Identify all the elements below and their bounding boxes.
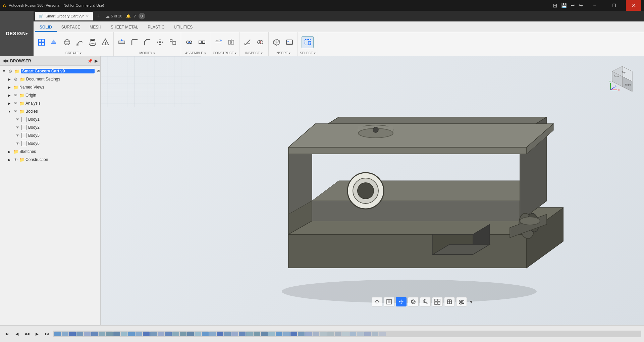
timeline-step[interactable] (342, 332, 349, 336)
3d-model-area[interactable] (101, 56, 644, 325)
display-settings-btn[interactable] (456, 297, 467, 306)
tab-plastic[interactable]: PLASTIC (143, 23, 169, 32)
rib-btn[interactable] (99, 36, 111, 48)
tree-item-body6[interactable]: 👁 Body6 (0, 139, 100, 148)
tree-root[interactable]: ▼ ⚙ 📁 Smart Grocery Cart v9 👁 (0, 67, 100, 75)
body6-eye-icon[interactable]: 👁 (15, 141, 20, 146)
timeline-step[interactable] (158, 332, 164, 336)
tree-item-body1[interactable]: 👁 Body1 (0, 115, 100, 123)
decal-btn[interactable] (283, 36, 296, 48)
select-box-btn[interactable] (302, 36, 314, 48)
inspect-label[interactable]: INSPECT ▾ (245, 51, 262, 55)
save-icon[interactable]: 💾 (561, 3, 567, 8)
tree-item-construction[interactable]: ▶ 👁 📁 Construction (0, 156, 100, 164)
timeline-step[interactable] (128, 332, 135, 336)
viewport[interactable]: Top Front Right X Y Z (101, 56, 644, 325)
timeline-step[interactable] (305, 332, 312, 336)
timeline-start-btn[interactable]: ⏮ (3, 330, 11, 338)
insert-mesh-btn[interactable] (271, 36, 283, 48)
user-icon[interactable]: U (139, 13, 145, 19)
timeline-step[interactable] (239, 332, 246, 336)
timeline-step[interactable] (202, 332, 209, 336)
sweep-btn[interactable] (74, 36, 86, 48)
timeline-step[interactable] (283, 332, 290, 336)
minimize-btn[interactable]: − (587, 0, 602, 11)
construct-label[interactable]: CONSTRUCT ▾ (213, 51, 237, 55)
joint-btn[interactable] (183, 36, 195, 48)
timeline-step[interactable] (113, 332, 120, 336)
timeline-step[interactable] (327, 332, 334, 336)
measure-btn[interactable]: mm (241, 36, 254, 48)
timeline-step[interactable] (350, 332, 356, 336)
fillet-btn[interactable] (128, 36, 141, 48)
help-icon[interactable]: ? (133, 14, 136, 18)
revolve-btn[interactable] (61, 36, 73, 48)
as-built-joint-btn[interactable] (196, 36, 208, 48)
tree-item-sketches[interactable]: ▶ 📁 Sketches (0, 148, 100, 156)
named-views-arrow[interactable]: ▶ (7, 84, 12, 90)
timeline-play-back-btn[interactable]: ◀◀ (23, 330, 31, 338)
construction-eye-icon[interactable]: 👁 (13, 157, 18, 162)
back-icon[interactable]: ◀◀ (3, 59, 8, 63)
timeline-step[interactable] (172, 332, 179, 336)
timeline-play-btn[interactable]: ▶ (33, 330, 41, 338)
timeline-step[interactable] (54, 332, 61, 336)
extrude-btn[interactable] (48, 36, 60, 48)
timeline-step[interactable] (372, 332, 378, 336)
sketches-arrow[interactable]: ▶ (7, 149, 12, 154)
timeline-step[interactable] (150, 332, 157, 336)
timeline-step[interactable] (84, 332, 91, 336)
timeline-step[interactable] (136, 332, 142, 336)
body5-eye-icon[interactable]: 👁 (15, 133, 20, 138)
timeline-step[interactable] (180, 332, 186, 336)
interference-btn[interactable] (254, 36, 266, 48)
timeline-step[interactable] (268, 332, 275, 336)
tab-sheet-metal[interactable]: SHEET METAL (106, 23, 143, 32)
browser-expand-icon[interactable]: ▶ (95, 59, 98, 63)
tree-item-body5[interactable]: 👁 Body5 (0, 131, 100, 139)
view-options-btn[interactable] (432, 297, 443, 306)
root-watch-icon[interactable]: 👁 (97, 69, 100, 73)
body2-eye-icon[interactable]: 👁 (15, 125, 20, 130)
more-options-icon[interactable]: ▼ (469, 299, 474, 304)
timeline-step[interactable] (364, 332, 371, 336)
display-mode-btn[interactable] (384, 297, 394, 306)
home-icon[interactable]: ⊞ (553, 2, 557, 9)
orbit-btn[interactable] (408, 297, 419, 306)
doc-tab-close-icon[interactable]: ✕ (86, 14, 89, 18)
timeline-step[interactable] (187, 332, 194, 336)
timeline-step[interactable] (254, 332, 260, 336)
view-cube[interactable]: Top Front Right X Y Z (607, 63, 637, 93)
timeline-step[interactable] (106, 332, 113, 336)
tree-item-body2[interactable]: 👁 Body2 (0, 123, 100, 131)
timeline-step[interactable] (143, 332, 150, 336)
root-expand-icon[interactable]: ▼ (1, 68, 7, 74)
timeline-step[interactable] (121, 332, 127, 336)
tree-item-named-views[interactable]: ▶ 📁 Named Views (0, 83, 100, 91)
bodies-eye-icon[interactable]: 👁 (13, 109, 18, 114)
bodies-arrow[interactable]: ▼ (7, 109, 12, 114)
offset-plane-btn[interactable] (212, 36, 224, 48)
timeline-step[interactable] (261, 332, 268, 336)
timeline-step[interactable] (224, 332, 231, 336)
undo-icon[interactable]: ↩ (571, 3, 575, 8)
origin-eye-icon[interactable]: 👁 (13, 93, 18, 98)
timeline-step[interactable] (217, 332, 223, 336)
timeline-step[interactable] (290, 332, 297, 336)
timeline-step[interactable] (246, 332, 253, 336)
timeline-step[interactable] (313, 332, 319, 336)
timeline-end-btn[interactable]: ⏭ (43, 330, 51, 338)
zoom-btn[interactable] (420, 297, 431, 306)
tab-mesh[interactable]: MESH (85, 23, 106, 32)
pan-tool-btn[interactable] (396, 297, 407, 306)
move-btn[interactable] (154, 36, 166, 48)
close-btn[interactable]: ✕ (626, 0, 641, 11)
tree-item-doc-settings[interactable]: ▶ ⚙ 📁 Document Settings (0, 75, 100, 83)
grid-settings-btn[interactable] (444, 297, 455, 306)
design-button[interactable]: DESIGN ▾ (0, 11, 34, 56)
align-btn[interactable] (167, 36, 179, 48)
new-component-btn[interactable] (36, 36, 48, 48)
select-label[interactable]: SELECT ▾ (300, 51, 316, 55)
tree-item-origin[interactable]: ▶ 👁 📁 Origin (0, 91, 100, 99)
tab-surface[interactable]: SURFACE (57, 23, 85, 32)
